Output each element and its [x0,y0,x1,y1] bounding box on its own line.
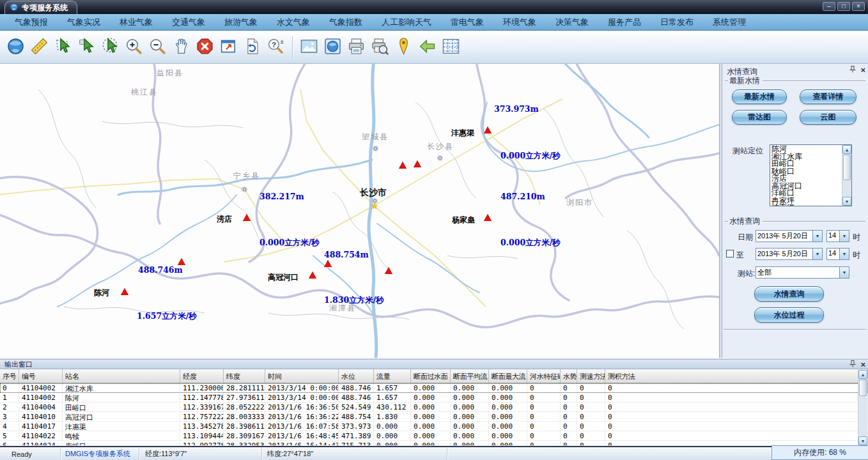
station-marker-icon[interactable] [385,267,392,274]
column-header[interactable]: 断面平均流 [451,369,489,383]
column-header[interactable]: 测速方法 [577,369,605,383]
window-extent-button[interactable] [217,34,240,61]
output-close-icon[interactable]: × [860,361,865,369]
map-canvas[interactable]: 益阳县桃江县宁乡县望城县长沙县浏阳市湘潭县长沙市沣惠渠杨家蛊涝店陈河高冠河口37… [0,64,719,358]
column-header[interactable]: 断面最大流 [489,369,527,383]
station-marker-icon[interactable] [178,258,185,265]
print-button[interactable] [345,34,368,61]
column-header[interactable]: 水势 [561,369,577,383]
stop-button[interactable] [193,34,217,61]
column-header[interactable]: 流量 [374,369,411,383]
scroll-down-icon[interactable]: ▼ [858,436,867,445]
table-row[interactable]: 141104002陈河112.14777827.9736112013/3/14 … [0,393,868,402]
column-header[interactable]: 纬度 [224,369,265,383]
menu-item-5[interactable]: 水文气象 [267,17,320,28]
maximize-button[interactable]: □ [837,2,850,11]
menu-item-7[interactable]: 人工影响天气 [372,17,441,28]
print-preview-button[interactable] [368,34,392,61]
latest-water-button[interactable]: 最新水情 [732,89,787,104]
water-query-button[interactable]: 水情查询 [754,286,824,302]
arrow-select-button[interactable] [75,34,98,61]
scroll-thumb[interactable] [859,379,867,396]
station-marker-icon[interactable] [121,288,128,295]
table-row[interactable]: 641104024库峪口112.99277828.3329532013/1/6 … [0,441,868,445]
station-select[interactable]: 全部▼ [756,266,849,279]
view-details-button[interactable]: 查看详情 [800,89,856,104]
cloud-image-button[interactable]: 云图 [800,110,856,125]
station-marker-icon[interactable] [414,160,421,167]
lasso-select-button[interactable] [51,34,75,61]
menu-item-0[interactable]: 气象预报 [5,17,58,28]
globe-button[interactable] [4,34,27,61]
station-marker-icon[interactable] [309,272,316,279]
chevron-down-icon[interactable]: ▼ [812,249,822,259]
column-header[interactable]: 序号 [0,369,19,383]
to-checkbox[interactable] [726,250,734,257]
zoom-in-button[interactable] [122,34,146,61]
panel-close-icon[interactable]: × [860,66,865,74]
placemark-button[interactable] [392,34,415,61]
column-header[interactable]: 河水特征码 [527,369,561,383]
menu-item-10[interactable]: 决策气象 [546,17,598,28]
pan-hand-button[interactable] [169,34,193,61]
column-header[interactable]: 站名 [63,369,180,383]
menu-item-11[interactable]: 服务产品 [598,17,651,28]
back-arrow-button[interactable] [415,34,439,61]
column-header[interactable]: 测积方法 [605,369,868,383]
menu-item-8[interactable]: 雷电气象 [441,17,493,28]
table-row[interactable]: 341104010高冠河口112.75722228.0033332013/1/6… [0,412,868,422]
column-header[interactable]: 断面过水面 [411,369,451,383]
menu-item-3[interactable]: 交通气象 [162,17,215,28]
date-select-1[interactable]: 2013年 5月20日▼ [756,230,823,242]
column-header[interactable]: 编号 [19,369,63,383]
scroll-up-icon[interactable]: ▲ [842,145,851,154]
date-select-2[interactable]: 2013年 5月20日▼ [756,248,823,260]
menu-item-9[interactable]: 环境气象 [493,17,546,28]
station-marker-icon[interactable] [243,214,251,221]
column-header[interactable]: 时间 [265,369,339,383]
pin-icon[interactable] [849,66,856,75]
image-button[interactable] [297,34,321,61]
app-tab[interactable]: 专项服务系统 [4,1,77,14]
station-marker-icon[interactable] [324,260,332,267]
menu-item-4[interactable]: 旅游气象 [215,17,267,28]
chevron-down-icon[interactable]: ▼ [812,231,822,241]
hour-select-1[interactable]: 14▼ [826,230,849,242]
scroll-down-icon[interactable]: ▼ [842,197,851,206]
column-header[interactable]: 水位 [339,369,374,383]
station-listbox[interactable]: 陈河湘江水库田峪口耿峪口涝店高冠河口沣峪口冉家坪沣惠渠 ▲ ▼ [770,144,852,206]
table-row[interactable]: 541104022鸣犊113.10944428.3091672013/1/6 1… [0,431,868,441]
chevron-down-icon[interactable]: ▼ [839,267,849,278]
menu-item-2[interactable]: 林业气象 [110,17,162,28]
station-marker-icon[interactable] [484,126,492,134]
menu-item-1[interactable]: 气象实况 [58,17,110,28]
menu-item-6[interactable]: 气象指数 [320,17,372,28]
pin-icon[interactable] [849,360,856,369]
chevron-down-icon[interactable]: ▼ [839,231,849,241]
ruler-button[interactable] [27,34,51,61]
radar-chart-button[interactable]: 雷达图 [732,110,787,125]
table-body[interactable]: 041104002湘江水库111.23000028.2811112013/3/1… [0,383,868,445]
menu-item-13[interactable]: 系统管理 [703,17,756,28]
chevron-down-icon[interactable]: ▼ [839,249,849,259]
zoom-out-button[interactable] [146,34,169,61]
station-marker-icon[interactable] [484,214,492,221]
identify-help-button[interactable]: ?± [264,34,288,61]
table-row[interactable]: 041104002湘江水库111.23000028.2811112013/3/1… [0,383,868,393]
minimize-button[interactable]: – [823,2,835,11]
water-level-process-button[interactable]: 水位过程 [754,307,824,323]
refresh-button[interactable] [240,34,264,61]
column-header[interactable]: 经度 [180,369,224,383]
hour-select-2[interactable]: 14▼ [826,248,849,260]
station-list-scrollbar[interactable]: ▲ ▼ [842,145,851,206]
station-list-item[interactable]: 沣惠渠 [771,204,842,206]
map-grid-button[interactable] [439,34,463,61]
table-scrollbar[interactable]: ▲ ▼ [858,370,867,445]
circle-select-button[interactable] [98,34,122,61]
menu-item-12[interactable]: 日常发布 [651,17,703,28]
globe-window-button[interactable] [321,34,345,61]
table-row[interactable]: 241104004田峪口112.33916728.0522222013/1/6 … [0,402,868,412]
table-row[interactable]: 441104017沣惠渠113.34527828.3986112013/1/6 … [0,422,868,431]
scroll-thumb[interactable] [843,155,851,180]
station-marker-icon[interactable] [399,162,407,169]
